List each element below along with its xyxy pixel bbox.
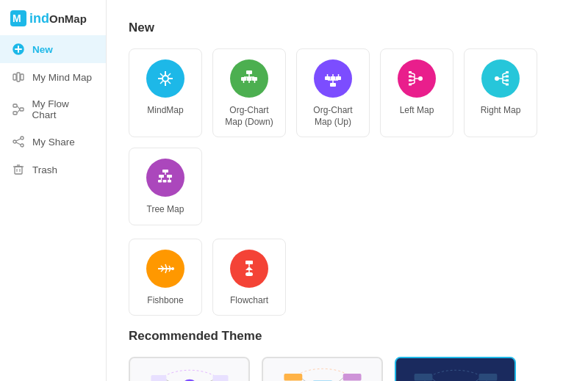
svg-rect-71 [506, 79, 509, 81]
treemap-icon [155, 167, 176, 188]
card-mindmap-label: MindMap [147, 105, 183, 117]
svg-rect-99 [151, 375, 166, 381]
orgdown-icon [239, 68, 259, 89]
card-leftmap-label: Left Map [400, 105, 434, 117]
logo-icon: M [10, 10, 26, 26]
logo-text: indOnMap [29, 11, 87, 26]
map-icon [12, 70, 25, 84]
svg-rect-10 [13, 112, 17, 115]
svg-rect-123 [343, 374, 362, 381]
card-fishbone[interactable]: Fishbone [129, 239, 202, 316]
card-treemap-label: Tree Map [147, 204, 184, 216]
nav-label-myflowchart: My Flow Chart [32, 98, 94, 120]
card-treemap[interactable]: Tree Map [129, 148, 202, 225]
card-leftmap[interactable]: Left Map [380, 48, 453, 137]
svg-rect-45 [325, 76, 330, 80]
svg-rect-6 [17, 73, 20, 81]
theme-light-purple[interactable] [129, 357, 250, 381]
card-rightmap-label: Right Map [481, 105, 521, 117]
map-cards-row-1: MindMap Org-Chart Map (Down) [129, 48, 566, 225]
svg-rect-46 [331, 76, 336, 80]
svg-line-16 [16, 139, 21, 141]
leftmap-icon-bg [398, 59, 436, 98]
svg-rect-95 [132, 358, 248, 381]
theme-preview-1 [130, 358, 248, 381]
svg-text:M: M [12, 12, 21, 24]
svg-rect-69 [506, 71, 509, 73]
svg-rect-5 [13, 74, 16, 80]
flowchart-icon-bg [230, 250, 268, 288]
card-orgup-label: Org-Chart Map (Up) [304, 105, 362, 128]
theme-dark-blue[interactable] [395, 357, 516, 381]
card-rightmap[interactable]: Right Map [464, 48, 537, 137]
orgup-icon [323, 68, 343, 89]
theme-light-color[interactable] [262, 357, 383, 381]
orgup-icon-bg [314, 59, 352, 98]
sidebar: M indOnMap New My Mind Map [0, 0, 107, 381]
svg-rect-61 [409, 84, 412, 86]
svg-point-15 [21, 144, 24, 147]
svg-rect-72 [506, 84, 509, 86]
card-flowchart-label: Flowchart [230, 295, 268, 307]
share-icon [12, 135, 25, 148]
card-orgdown[interactable]: Org-Chart Map (Down) [212, 48, 286, 137]
nav-item-mymindmap[interactable]: My Mind Map [0, 63, 106, 91]
nav-item-myflowchart[interactable]: My Flow Chart [0, 91, 106, 128]
svg-rect-75 [159, 175, 164, 178]
svg-marker-92 [245, 266, 253, 270]
svg-rect-59 [409, 76, 412, 78]
svg-line-32 [168, 81, 171, 84]
svg-line-11 [17, 106, 20, 109]
svg-rect-80 [163, 180, 167, 183]
svg-rect-18 [15, 167, 22, 174]
rightmap-icon-bg [481, 59, 520, 98]
svg-rect-42 [330, 83, 336, 87]
trash-icon [12, 163, 25, 176]
nav-item-trash[interactable]: Trash [0, 156, 106, 184]
new-section-title: New [129, 21, 566, 35]
rightmap-icon [490, 68, 511, 89]
svg-line-30 [168, 73, 171, 76]
mindmap-icon-bg [146, 59, 184, 98]
mindmap-icon [155, 68, 176, 89]
svg-rect-76 [167, 175, 172, 178]
nav-label-trash: Trash [32, 164, 57, 175]
nav-label-myshare: My Share [32, 137, 75, 148]
svg-point-14 [13, 140, 16, 143]
theme-cards-row [129, 357, 566, 381]
leftmap-icon [406, 68, 427, 89]
svg-point-51 [418, 76, 423, 81]
svg-rect-79 [158, 180, 162, 183]
svg-rect-133 [415, 374, 433, 381]
nav-label-new: New [32, 44, 53, 55]
card-orgdown-label: Org-Chart Map (Down) [220, 105, 278, 128]
card-mindmap[interactable]: MindMap [129, 48, 202, 137]
svg-line-17 [16, 142, 21, 145]
theme-preview-2 [263, 358, 381, 381]
svg-point-24 [163, 76, 168, 81]
svg-line-12 [17, 109, 20, 113]
svg-rect-47 [336, 76, 341, 80]
orgdown-icon-bg [230, 59, 268, 98]
svg-rect-105 [213, 375, 229, 381]
svg-rect-117 [284, 374, 302, 381]
fishbone-icon-bg [146, 250, 184, 288]
card-flowchart[interactable]: Flowchart [212, 239, 286, 316]
svg-rect-37 [247, 77, 252, 81]
flowchart-icon [239, 258, 259, 279]
svg-rect-113 [265, 358, 381, 381]
svg-rect-8 [13, 104, 17, 107]
nav-item-myshare[interactable]: My Share [0, 128, 106, 156]
treemap-icon-bg [146, 159, 184, 197]
svg-rect-73 [162, 170, 168, 173]
nav-item-new[interactable]: New [0, 35, 106, 63]
svg-rect-90 [245, 261, 253, 264]
svg-rect-70 [506, 76, 509, 78]
logo: M indOnMap [0, 0, 106, 35]
svg-point-89 [171, 267, 174, 270]
card-fishbone-label: Fishbone [147, 295, 183, 307]
svg-rect-60 [409, 79, 412, 81]
svg-rect-94 [245, 272, 253, 276]
svg-point-13 [21, 137, 24, 139]
card-orgup[interactable]: Org-Chart Map (Up) [296, 48, 370, 137]
